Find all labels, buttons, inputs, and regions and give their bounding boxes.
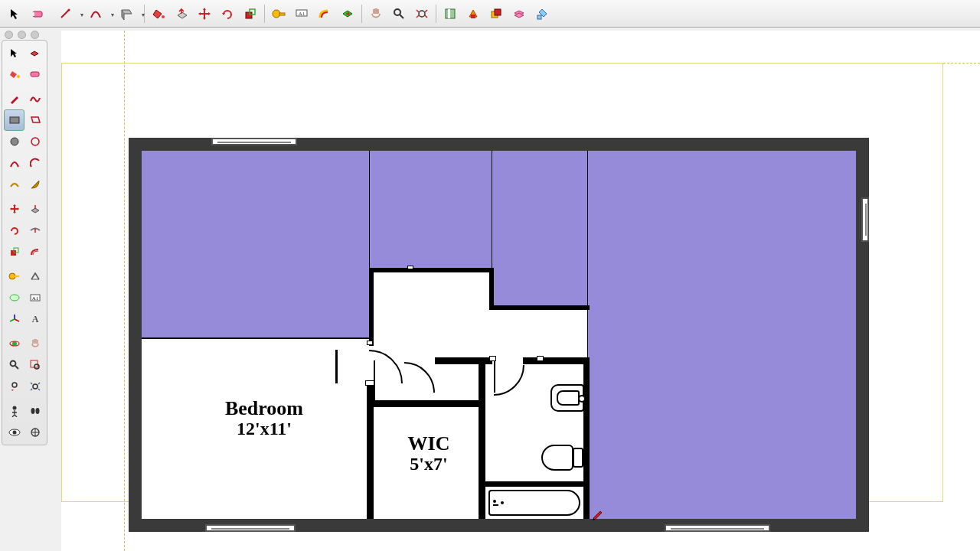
- text-icon[interactable]: A1: [24, 287, 45, 308]
- svg-point-37: [12, 341, 17, 346]
- svg-point-49: [12, 431, 16, 435]
- outliner-tool[interactable]: [462, 3, 484, 24]
- arc-icon[interactable]: [4, 152, 24, 174]
- drawing-canvas[interactable]: Bedroom 12'x11' WIC 5'x7': [61, 31, 980, 551]
- axes-icon[interactable]: [4, 308, 24, 330]
- svg-rect-15: [448, 9, 450, 18]
- svg-rect-16: [471, 15, 475, 18]
- cursor-pencil: [592, 507, 606, 521]
- svg-line-12: [400, 15, 403, 18]
- window-controls: [5, 31, 39, 39]
- max-dot[interactable]: [31, 31, 39, 39]
- floor-plan: Bedroom 12'x11' WIC 5'x7': [129, 138, 869, 532]
- styles-tool[interactable]: [531, 3, 553, 24]
- zoom-extents-icon[interactable]: [24, 376, 45, 397]
- window-bottom-left: [205, 524, 296, 532]
- svg-point-24: [31, 138, 39, 145]
- interior-area: Bedroom 12'x11' WIC 5'x7': [142, 151, 856, 519]
- freehand-icon[interactable]: [24, 88, 45, 109]
- select-icon[interactable]: [4, 42, 24, 64]
- rectangle-tool[interactable]: [112, 3, 141, 24]
- bedroom-dim: 12'x11': [188, 419, 341, 439]
- svg-point-3: [68, 8, 70, 11]
- svg-rect-19: [537, 15, 541, 19]
- move-icon[interactable]: [4, 198, 24, 220]
- svg-rect-18: [495, 9, 501, 15]
- tape-measure-tool[interactable]: [268, 3, 289, 24]
- pan-icon[interactable]: [24, 333, 45, 354]
- svg-rect-5: [246, 12, 252, 18]
- window-bottom-right: [665, 524, 770, 532]
- paint-bucket-tool[interactable]: [148, 3, 169, 24]
- region-right: [588, 151, 856, 519]
- dimension-icon[interactable]: [4, 287, 24, 308]
- wall: [369, 268, 494, 272]
- svg-text:A: A: [31, 314, 38, 324]
- rotate-tool[interactable]: [217, 3, 238, 24]
- layers-tool[interactable]: [508, 3, 530, 24]
- pan-tool[interactable]: [365, 3, 387, 24]
- make-component-icon[interactable]: [24, 42, 45, 64]
- section-icon[interactable]: [24, 422, 45, 443]
- pushpull-icon[interactable]: [24, 198, 45, 220]
- zoom-icon[interactable]: [4, 354, 24, 376]
- svg-point-30: [10, 295, 19, 301]
- top-toolbar: A1: [0, 0, 980, 28]
- protractor-icon[interactable]: [24, 266, 45, 287]
- followme-icon[interactable]: [24, 220, 45, 241]
- svg-point-4: [162, 15, 165, 18]
- position-camera-icon[interactable]: [4, 400, 24, 422]
- close-dot[interactable]: [5, 31, 13, 39]
- svg-rect-8: [279, 13, 285, 15]
- svg-text:A1: A1: [299, 11, 305, 17]
- look-around-icon[interactable]: [4, 422, 24, 443]
- paint-icon[interactable]: [4, 64, 24, 85]
- svg-point-13: [419, 11, 425, 17]
- min-dot[interactable]: [18, 31, 26, 39]
- move-tool[interactable]: [194, 3, 215, 24]
- zoom-tool[interactable]: [388, 3, 410, 24]
- select-tool[interactable]: [5, 3, 26, 24]
- svg-text:A1: A1: [31, 295, 38, 302]
- eraser-icon[interactable]: [24, 64, 45, 85]
- rotate-icon[interactable]: [4, 220, 24, 241]
- svg-rect-1: [32, 12, 34, 16]
- components-tool[interactable]: [485, 3, 507, 24]
- svg-point-20: [17, 75, 20, 78]
- walk-icon[interactable]: [24, 400, 45, 422]
- svg-point-27: [9, 273, 15, 279]
- push-pull-tool[interactable]: [171, 3, 192, 24]
- pencil-icon[interactable]: [4, 88, 24, 109]
- 2pt-arc-icon[interactable]: [24, 152, 45, 174]
- region-top-left: [142, 151, 370, 338]
- zoom-prev-icon[interactable]: [4, 376, 24, 397]
- arc-tool[interactable]: [81, 3, 110, 24]
- sink: [550, 384, 584, 412]
- zoom-window-icon[interactable]: [24, 354, 45, 376]
- scale-icon[interactable]: [4, 241, 24, 262]
- zoom-extents-tool[interactable]: [411, 3, 433, 24]
- eraser-tool[interactable]: [28, 3, 49, 24]
- dimension-tool[interactable]: A1: [291, 3, 312, 24]
- window-right: [861, 197, 869, 242]
- scale-tool[interactable]: [240, 3, 261, 24]
- rectangle-icon[interactable]: [4, 109, 24, 131]
- polygon-icon[interactable]: [24, 131, 45, 152]
- offset-icon[interactable]: [24, 241, 45, 262]
- tape-icon[interactable]: [4, 266, 24, 287]
- rotated-rect-icon[interactable]: [24, 109, 45, 131]
- region-top-mid: [370, 151, 492, 269]
- 3dtext-icon[interactable]: A: [24, 308, 45, 330]
- svg-rect-21: [31, 72, 39, 77]
- line-tool[interactable]: [51, 3, 80, 24]
- side-toolbar: A1 A: [2, 40, 47, 445]
- section-plane-tool[interactable]: [439, 3, 461, 24]
- circle-icon[interactable]: [4, 131, 24, 152]
- pie-icon[interactable]: [24, 174, 45, 195]
- svg-point-42: [34, 364, 39, 369]
- offset-tool[interactable]: [314, 3, 335, 24]
- follow-me-tool[interactable]: [337, 3, 358, 24]
- orbit-icon[interactable]: [4, 333, 24, 354]
- bedroom-title: Bedroom: [188, 397, 341, 420]
- 3pt-arc-icon[interactable]: [4, 174, 24, 195]
